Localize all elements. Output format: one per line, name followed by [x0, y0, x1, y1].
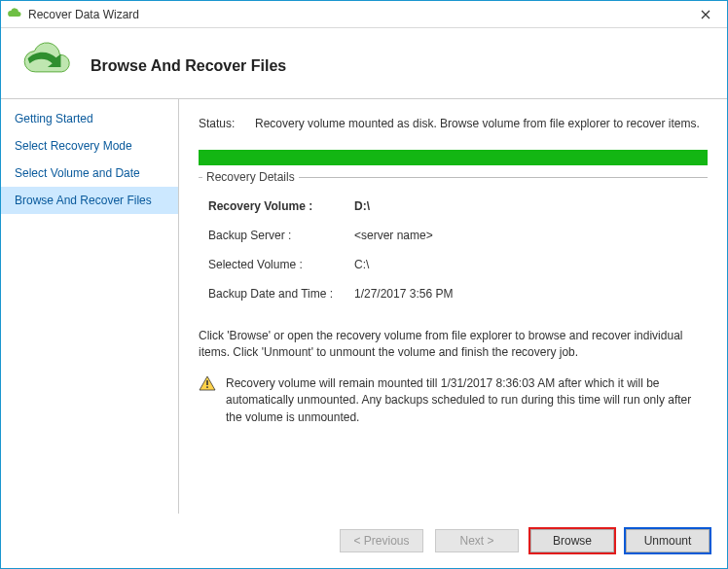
status-label: Status:: [199, 117, 255, 130]
instructions-text: Click 'Browse' or open the recovery volu…: [199, 328, 708, 362]
status-text: Recovery volume mounted as disk. Browse …: [255, 117, 700, 130]
step-select-recovery-mode[interactable]: Select Recovery Mode: [1, 132, 178, 160]
row-selected-volume: Selected Volume : C:\: [204, 250, 702, 279]
backup-time-label: Backup Date and Time :: [208, 287, 354, 301]
previous-button[interactable]: < Previous: [340, 529, 423, 552]
step-select-volume-and-date[interactable]: Select Volume and Date: [1, 160, 178, 187]
recovery-volume-label: Recovery Volume :: [208, 199, 354, 213]
row-backup-time: Backup Date and Time : 1/27/2017 3:56 PM: [204, 279, 702, 308]
warning-text: Recovery volume will remain mounted till…: [226, 375, 708, 426]
recover-data-wizard-window: Recover Data Wizard Browse And Recover F…: [0, 0, 728, 569]
step-getting-started[interactable]: Getting Started: [1, 105, 178, 132]
page-heading: Browse And Recover Files: [91, 57, 286, 75]
svg-rect-1: [206, 386, 208, 388]
wizard-button-row: < Previous Next > Browse Unmount: [1, 514, 727, 568]
svg-rect-0: [206, 380, 208, 385]
status-row: Status: Recovery volume mounted as disk.…: [199, 117, 708, 130]
row-recovery-volume: Recovery Volume : D:\: [204, 192, 702, 221]
wizard-body: Getting Started Select Recovery Mode Sel…: [1, 98, 727, 514]
titlebar: Recover Data Wizard: [1, 1, 727, 28]
recovery-volume-value: D:\: [354, 199, 370, 213]
row-backup-server: Backup Server : <server name>: [204, 221, 702, 250]
app-cloud-icon: [7, 7, 22, 22]
wizard-steps-sidebar: Getting Started Select Recovery Mode Sel…: [1, 99, 179, 514]
recovery-details-group: Recovery Details Recovery Volume : D:\ B…: [199, 177, 708, 312]
backup-time-value: 1/27/2017 3:56 PM: [354, 287, 453, 301]
step-browse-and-recover-files[interactable]: Browse And Recover Files: [1, 187, 178, 214]
recovery-details-legend: Recovery Details: [202, 170, 299, 184]
wizard-content: Status: Recovery volume mounted as disk.…: [179, 99, 727, 514]
next-button[interactable]: Next >: [435, 529, 519, 552]
warning-icon: [199, 375, 216, 426]
progress-bar: [199, 150, 708, 165]
wizard-header: Browse And Recover Files: [1, 28, 727, 98]
window-title: Recover Data Wizard: [28, 8, 686, 21]
browse-button[interactable]: Browse: [530, 529, 614, 552]
selected-volume-label: Selected Volume :: [208, 258, 354, 271]
unmount-button[interactable]: Unmount: [626, 529, 710, 552]
close-button[interactable]: [686, 2, 725, 27]
warning-row: Recovery volume will remain mounted till…: [199, 375, 708, 426]
wizard-cloud-arrow-icon: [15, 38, 75, 81]
selected-volume-value: C:\: [354, 258, 369, 271]
backup-server-label: Backup Server :: [208, 229, 354, 242]
backup-server-value: <server name>: [354, 229, 433, 242]
